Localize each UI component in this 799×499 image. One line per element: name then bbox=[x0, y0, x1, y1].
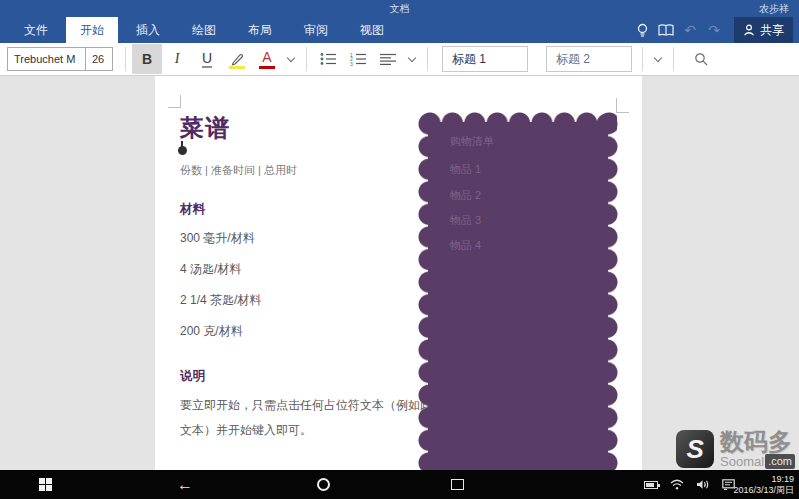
font-name-input[interactable]: Trebuchet M bbox=[7, 47, 86, 71]
align-button[interactable] bbox=[373, 44, 403, 74]
text-cursor-gripper[interactable] bbox=[178, 146, 187, 155]
redo-icon[interactable]: ↷ bbox=[702, 17, 726, 43]
recipe-meta[interactable]: 份数 | 准备时间 | 总用时 bbox=[180, 163, 297, 178]
document-page[interactable]: 菜谱 份数 | 准备时间 | 总用时 材料 300 毫升/材料 4 汤匙/材料 … bbox=[155, 76, 642, 470]
cortana-button[interactable] bbox=[308, 470, 338, 499]
tell-me-lightbulb-icon[interactable] bbox=[630, 17, 654, 43]
style-heading1-chip[interactable]: 标题 1 bbox=[442, 46, 528, 72]
signed-in-user[interactable]: 农步祥 bbox=[759, 2, 789, 16]
wifi-icon[interactable] bbox=[670, 476, 684, 494]
highlight-color-swatch bbox=[229, 66, 245, 69]
toolbar-divider bbox=[306, 47, 307, 71]
styles-gallery-chevron[interactable] bbox=[649, 44, 667, 74]
watermark-brand: 数码多 bbox=[720, 430, 795, 454]
toolbar-divider bbox=[427, 47, 428, 71]
ribbon-tabs: 文件 开始 插入 绘图 布局 审阅 视图 bbox=[10, 17, 402, 43]
windows-taskbar: ← 19:19 2016/3/13/周日 bbox=[0, 470, 799, 499]
font-size-input[interactable]: 26 bbox=[86, 47, 113, 71]
task-view-icon bbox=[451, 479, 464, 490]
share-label: 共享 bbox=[760, 22, 784, 39]
shopping-list-title[interactable]: 购物清单 bbox=[450, 134, 494, 149]
shopping-list-item[interactable]: 物品 2 bbox=[450, 188, 481, 203]
undo-icon[interactable]: ↶ bbox=[678, 17, 702, 43]
tab-file[interactable]: 文件 bbox=[10, 17, 62, 43]
svg-text:3: 3 bbox=[350, 61, 353, 66]
tab-home[interactable]: 开始 bbox=[66, 17, 118, 43]
toolbar-divider bbox=[642, 47, 643, 71]
font-color-button[interactable]: A bbox=[252, 44, 282, 74]
margin-mark-top-left bbox=[168, 95, 181, 108]
italic-button[interactable]: I bbox=[162, 44, 192, 74]
back-button[interactable]: ← bbox=[170, 470, 200, 499]
style-heading2-chip[interactable]: 标题 2 bbox=[546, 46, 632, 72]
watermark-tld: .com bbox=[765, 454, 795, 469]
shopping-list-item[interactable]: 物品 1 bbox=[450, 162, 481, 177]
formatting-toolbar: Trebuchet M 26 B I U A 123 标题 1 标题 2 bbox=[0, 43, 799, 76]
shopping-list-item[interactable]: 物品 3 bbox=[450, 213, 481, 228]
tab-layout[interactable]: 布局 bbox=[234, 17, 286, 43]
toolbar-divider bbox=[673, 47, 674, 71]
highlight-button[interactable] bbox=[222, 44, 252, 74]
numbering-button[interactable]: 123 bbox=[343, 44, 373, 74]
word-app-window: 文档 农步祥 文件 开始 插入 绘图 布局 审阅 视图 ↶ ↷ 共享 bbox=[0, 0, 799, 499]
system-tray bbox=[644, 470, 735, 499]
battery-icon[interactable] bbox=[644, 481, 658, 489]
tab-view[interactable]: 视图 bbox=[346, 17, 398, 43]
share-button[interactable]: 共享 bbox=[734, 17, 793, 43]
tab-review[interactable]: 审阅 bbox=[290, 17, 342, 43]
highlighter-pen-icon bbox=[230, 52, 245, 67]
ribbon-tab-bar: 文件 开始 插入 绘图 布局 审阅 视图 ↶ ↷ 共享 bbox=[0, 17, 799, 43]
ingredient-line[interactable]: 200 克/材料 bbox=[180, 323, 243, 340]
ingredient-line[interactable]: 4 汤匙/材料 bbox=[180, 261, 241, 278]
soomal-logo-icon: S bbox=[676, 430, 714, 468]
document-title: 文档 bbox=[0, 2, 799, 16]
toolbar-divider bbox=[125, 47, 126, 71]
underline-button[interactable]: U bbox=[192, 44, 222, 74]
shopping-list-card[interactable]: 购物清单 物品 1 物品 2 物品 3 物品 4 bbox=[418, 112, 618, 470]
search-button[interactable] bbox=[686, 44, 716, 74]
directions-heading[interactable]: 说明 bbox=[180, 368, 205, 385]
task-view-button[interactable] bbox=[442, 470, 472, 499]
paragraph-options-chevron[interactable] bbox=[403, 44, 421, 74]
ingredient-line[interactable]: 2 1/4 茶匙/材料 bbox=[180, 292, 261, 309]
directions-line[interactable]: 文本）并开始键入即可。 bbox=[180, 422, 312, 439]
font-color-swatch bbox=[259, 66, 275, 69]
person-icon bbox=[743, 24, 755, 36]
windows-logo-icon bbox=[39, 478, 52, 491]
font-color-letter: A bbox=[262, 49, 271, 65]
ingredients-heading[interactable]: 材料 bbox=[180, 201, 205, 218]
ingredient-line[interactable]: 300 毫升/材料 bbox=[180, 230, 255, 247]
more-formatting-chevron[interactable] bbox=[282, 44, 300, 74]
search-icon bbox=[694, 52, 708, 66]
document-canvas: 菜谱 份数 | 准备时间 | 总用时 材料 300 毫升/材料 4 汤匙/材料 … bbox=[0, 76, 799, 470]
clock-time: 19:19 bbox=[733, 474, 794, 485]
taskbar-clock[interactable]: 19:19 2016/3/13/周日 bbox=[733, 474, 794, 495]
bullets-button[interactable] bbox=[313, 44, 343, 74]
soomal-watermark: S 数码多 Soomal.com bbox=[676, 426, 799, 472]
watermark-site: Soomal.com bbox=[720, 454, 795, 469]
watermark-text: 数码多 Soomal.com bbox=[720, 430, 795, 469]
read-mode-icon[interactable] bbox=[654, 17, 678, 43]
shopping-list-item[interactable]: 物品 4 bbox=[450, 238, 481, 253]
start-button[interactable] bbox=[32, 470, 58, 499]
margin-mark-top-right bbox=[616, 98, 629, 113]
tab-draw[interactable]: 绘图 bbox=[178, 17, 230, 43]
recipe-title[interactable]: 菜谱 bbox=[180, 112, 230, 144]
volume-icon[interactable] bbox=[696, 476, 710, 494]
directions-line[interactable]: 要立即开始，只需点击任何占位符文本（例如此 bbox=[180, 397, 432, 414]
titlebar-actions: ↶ ↷ 共享 bbox=[630, 17, 793, 43]
tab-insert[interactable]: 插入 bbox=[122, 17, 174, 43]
titlebar: 文档 农步祥 bbox=[0, 0, 799, 17]
cortana-circle-icon bbox=[317, 478, 330, 491]
bold-button[interactable]: B bbox=[132, 44, 162, 74]
clock-date: 2016/3/13/周日 bbox=[733, 485, 794, 496]
